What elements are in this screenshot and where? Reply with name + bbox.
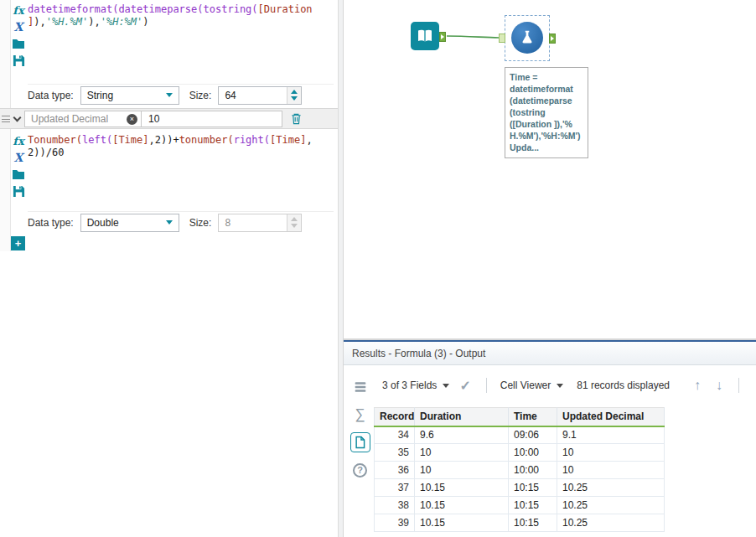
arrow-down-icon[interactable]: ↓ — [716, 378, 722, 393]
formula-config-panel: fx X datetimeformat(datetimeparse(tostri… — [0, 0, 338, 537]
table-cell: 09:06 — [509, 426, 557, 444]
table-cell: 10.25 — [557, 479, 665, 497]
folder-icon[interactable] — [11, 36, 26, 51]
workflow-canvas[interactable]: Time =datetimeformat(datetimeparse(tostr… — [344, 0, 756, 338]
code-segment: ,2))+ — [149, 134, 179, 146]
panel-splitter[interactable] — [338, 0, 344, 537]
code-segment: tostring( — [204, 3, 258, 15]
code-segment: ), — [88, 16, 100, 28]
table-view-icon[interactable] — [350, 377, 370, 397]
chevron-glyph — [13, 113, 22, 121]
results-panel: Results - Formula (3) - Output ∑ ? — [344, 340, 756, 537]
checkmark-icon[interactable]: ✓ — [459, 378, 470, 394]
fx-icon[interactable]: fx — [11, 133, 26, 148]
page-glyph — [354, 436, 366, 449]
results-view-rail: ∑ ? — [346, 377, 374, 480]
column-header-updated-decimal[interactable]: Updated Decimal — [557, 408, 665, 426]
stepper-up-icon[interactable] — [291, 90, 298, 94]
column-header-record[interactable]: Record — [375, 408, 415, 426]
page-view-icon[interactable] — [350, 432, 370, 452]
table-cell: 10.15 — [415, 497, 509, 514]
variable-glyph: X — [14, 151, 23, 164]
rows-glyph — [353, 380, 368, 395]
code-segment: [Time] — [112, 134, 148, 146]
add-expression-button[interactable]: + — [11, 236, 25, 250]
code-segment: [Time] — [270, 134, 306, 146]
table-cell: 10:00 — [509, 462, 557, 479]
input-tool-output-anchor[interactable] — [439, 32, 446, 42]
collapse-chevron-icon[interactable] — [10, 111, 24, 126]
expression-editor-2[interactable]: Tonumber(left([Time],2))+tonumber(right(… — [28, 134, 323, 209]
save-icon[interactable] — [11, 53, 26, 68]
tool-annotation[interactable]: Time =datetimeformat(datetimeparse(tostr… — [505, 67, 588, 158]
help-icon[interactable]: ? — [350, 460, 370, 480]
records-count: 81 records displayed — [577, 380, 670, 391]
fields-dropdown[interactable]: 3 of 3 Fields — [377, 376, 454, 395]
stepper-down-icon[interactable] — [291, 96, 298, 101]
data-type-select-1[interactable]: String — [80, 86, 179, 105]
app-window: fx X datetimeformat(datetimeparse(tostri… — [0, 0, 756, 537]
output-column-input[interactable]: Updated Decimal × — [24, 111, 142, 127]
results-body: ∑ ? 3 of 3 Fields ✓ Cell Viewer — [344, 365, 756, 537]
trash-glyph — [290, 112, 303, 125]
arrow-up-icon[interactable]: ↑ — [694, 378, 701, 393]
data-type-label: Data type: — [28, 217, 74, 229]
size-value: 8 — [225, 217, 230, 229]
stepper-up-icon — [291, 217, 298, 221]
chevron-down-icon — [166, 93, 173, 97]
expression-editor-1[interactable]: datetimeformat(datetimeparse(tostring([D… — [28, 3, 323, 82]
table-cell: 10 — [557, 444, 665, 462]
code-segment: datetimeformat( — [28, 3, 118, 15]
cell-viewer-dropdown[interactable]: Cell Viewer — [495, 376, 568, 395]
table-cell: 38 — [375, 497, 415, 514]
table-cell: 10:15 — [509, 497, 557, 514]
results-table: Record Duration Time Updated Decimal 349… — [374, 407, 665, 532]
size-input-1[interactable]: 64 — [218, 86, 302, 105]
input-data-tool[interactable] — [411, 22, 439, 50]
table-cell: 10 — [415, 462, 509, 479]
save-glyph — [13, 185, 25, 198]
delete-expression-icon[interactable] — [287, 111, 304, 127]
table-cell: 10 — [557, 462, 665, 479]
table-row: 351010:0010 — [375, 444, 665, 462]
folder-icon[interactable] — [11, 167, 26, 182]
output-column-name: Updated Decimal — [31, 113, 108, 125]
table-cell: 9.6 — [415, 426, 509, 444]
data-type-select-2[interactable]: Double — [80, 214, 179, 232]
save-icon[interactable] — [11, 183, 26, 199]
chevron-down-icon — [443, 384, 449, 388]
fx-icon[interactable]: fx — [11, 3, 26, 18]
table-cell: 34 — [375, 426, 415, 444]
variables-icon[interactable]: X — [11, 19, 26, 34]
results-table-body: 349.609:069.1351010:0010361010:00103710.… — [375, 426, 665, 532]
formula-input-anchor[interactable] — [499, 34, 505, 43]
annotation-line: Upda... — [510, 142, 584, 153]
metadata-view-icon[interactable]: ∑ — [350, 405, 370, 425]
flask-icon — [518, 28, 536, 47]
results-toolbar: 3 of 3 Fields ✓ Cell Viewer 81 records d… — [377, 374, 748, 397]
variables-icon[interactable]: X — [11, 150, 26, 165]
save-glyph — [13, 54, 25, 67]
table-cell: 10:15 — [509, 514, 557, 532]
table-cell: 35 — [375, 444, 415, 462]
annotation-line: Time = — [510, 71, 584, 83]
table-cell: 10.25 — [557, 497, 665, 514]
drag-handle-icon[interactable] — [2, 116, 10, 122]
data-type-value: String — [87, 90, 113, 101]
expression-2-header[interactable]: Updated Decimal × 10 — [0, 108, 338, 129]
table-row: 361010:0010 — [375, 462, 665, 479]
size-stepper[interactable] — [287, 87, 301, 104]
formula-tool[interactable] — [511, 22, 543, 54]
results-header: Results - Formula (3) - Output — [344, 342, 756, 365]
code-segment: /60 — [46, 147, 65, 158]
clear-icon[interactable]: × — [127, 114, 137, 125]
size-value: 64 — [225, 90, 236, 101]
table-cell: 10.15 — [415, 479, 509, 497]
column-header-time[interactable]: Time — [509, 408, 557, 426]
fields-summary: 3 of 3 Fields — [382, 380, 437, 391]
table-row: 349.609:069.1 — [375, 426, 665, 444]
code-segment: '%H:%M' — [101, 16, 143, 28]
formula-output-anchor[interactable] — [549, 34, 556, 44]
table-cell: 9.1 — [557, 426, 665, 444]
column-header-duration[interactable]: Duration — [415, 408, 509, 426]
